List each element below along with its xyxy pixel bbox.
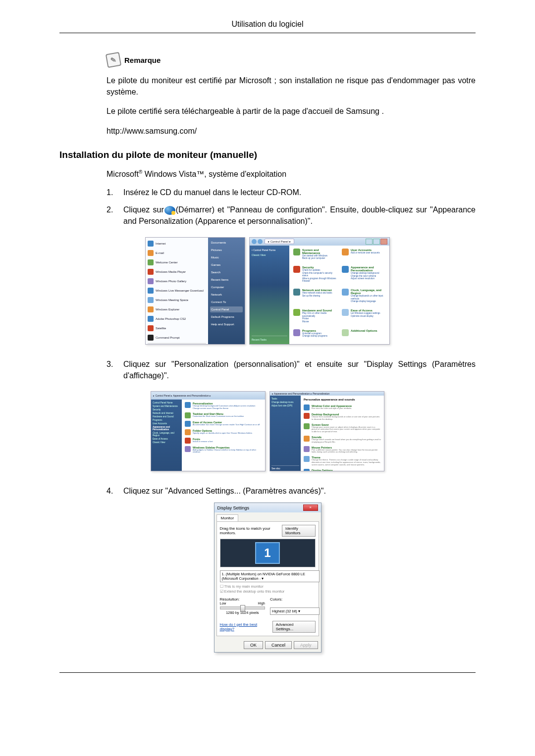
ap-side-item: Programs	[153, 419, 180, 421]
step-3-text: Cliquez sur "Personalization (personnali…	[123, 358, 476, 381]
step-1-text: Insérez le CD du manuel dans le lecteur …	[123, 187, 476, 198]
pers-side-item: Change desktop icons	[271, 401, 299, 403]
cp-category: Hardware and SoundPlay CDs or other medi…	[293, 309, 337, 326]
os-intro: Microsoft® Windows Vista™, système d'exp…	[107, 169, 476, 179]
start-item: Windows Meeting Space	[148, 296, 206, 304]
ap-side-item: Clock, Language, and Region	[153, 432, 180, 437]
step-2-text: Cliquez sur(Démarrer) et "Panneau de con…	[123, 204, 476, 227]
resolution-slider[interactable]	[220, 606, 266, 609]
start-right-control-panel: Control Panel	[210, 306, 243, 312]
advanced-settings-button[interactable]: Advanced Settings...	[272, 621, 316, 633]
ap-side-item: System and Maintenance	[153, 405, 180, 407]
pers-entry: Display SettingsAdjust your monitor reso…	[304, 469, 381, 471]
cp-category: SecurityCheck for updatesCheck this comp…	[293, 266, 337, 286]
ap-entry: PersonalizationChange desktop background…	[185, 402, 262, 410]
cp-breadcrumb: ▸ Control Panel ▸	[265, 239, 294, 244]
step-4-number: 4.	[107, 485, 123, 497]
monitor-select[interactable]: 1. (Multiple Monitors) on NVIDIA GeForce…	[220, 570, 320, 582]
remarque-url: http://www.samsung.com/	[107, 125, 476, 137]
colors-select[interactable]: Highest (32 bit) ▾	[270, 607, 320, 615]
pers-entry: ThemeChange the theme. Themes can change…	[304, 456, 381, 466]
pers-entry: Desktop BackgroundChoose from available …	[304, 413, 381, 421]
start-right-item: Games	[210, 262, 243, 268]
start-item: Adobe Photoshop CS2	[148, 315, 206, 323]
step-4-text: Cliquez sur "Advanced Settings... (Param…	[123, 485, 476, 497]
note-icon: ✎	[106, 52, 121, 68]
ap-side-item: Classic View	[153, 441, 180, 444]
step-1-number: 1.	[107, 187, 123, 198]
footer-rule	[59, 672, 476, 673]
remarque-p2: Le pilote certifié sera téléchargeable à…	[107, 105, 476, 117]
personalization-screenshot: ▸ Appearance and Personalization ▸ Perso…	[269, 391, 384, 471]
cancel-button[interactable]: Cancel	[265, 641, 292, 649]
ap-side-item: Security	[153, 408, 180, 411]
section-title: Installation du pilote de moniteur (manu…	[59, 150, 476, 160]
ok-button[interactable]: OK	[244, 641, 263, 649]
start-item: Satellite	[148, 324, 206, 332]
ap-side-item: User Accounts	[153, 422, 180, 425]
control-panel-screenshot: ▸ Control Panel ▸ • Control Panel Home C…	[249, 237, 390, 345]
drag-instruction: Drag the icons to match your monitors.	[220, 526, 282, 535]
start-item: Command Prompt	[148, 334, 206, 342]
start-item: Windows Live Messenger Download	[148, 287, 206, 295]
apply-button[interactable]: Apply	[294, 641, 318, 649]
start-item: Windows Photo Gallery	[148, 277, 206, 285]
ap-side-item: Control Panel Home	[153, 402, 180, 404]
pers-side-item: Adjust font size (DPI)	[271, 404, 299, 407]
intro-prefix: Microsoft	[107, 170, 139, 178]
ap-side-item: Appearance and Personalization	[153, 426, 180, 431]
cp-side-item: Classic View	[252, 253, 287, 256]
cp-category: Ease of AccessLet Windows suggest settin…	[342, 309, 385, 326]
ap-side-item: Hardware and Sound	[153, 415, 180, 418]
ap-side-item: Network and Internet	[153, 412, 180, 414]
window-buttons	[366, 239, 387, 245]
ap-side-item: Ease of Access	[153, 438, 180, 440]
ap-entry: Windows Sidebar PropertiesAdd gadgets to…	[185, 446, 262, 454]
monitor-tab[interactable]: Monitor	[216, 514, 239, 521]
intro-suffix: Windows Vista™, système d'exploitation	[142, 170, 286, 178]
monitor-preview: 1	[220, 539, 316, 567]
cp-category: Network and InternetView network status …	[293, 289, 337, 306]
dialog-title: Display Settings	[217, 505, 250, 510]
pers-entry: Screen SaverChange your screen saver or …	[304, 423, 381, 433]
main-monitor-checkbox: ☐ This is my main monitor	[220, 584, 316, 589]
pers-see-also: See also	[271, 465, 299, 470]
start-right-item: Connect To	[210, 299, 243, 305]
start-right-item: Pictures	[210, 247, 243, 253]
start-item: E-mail	[148, 249, 206, 257]
start-right-item: Music	[210, 254, 243, 260]
step-2-screenshots: Internet E-mail Welcome Center Windows M…	[59, 237, 476, 345]
pers-see-also: Taskbar and Start Menu	[271, 471, 299, 471]
appearance-personalization-screenshot: ▸ Control Panel ▸ Appearance and Persona…	[151, 391, 266, 471]
page-header: Utilisation du logiciel	[59, 20, 476, 33]
pers-entry: Window Color and AppearanceFine tune the…	[304, 404, 381, 410]
help-link[interactable]: How do I get the best display?	[220, 622, 272, 631]
start-item: Internet	[148, 240, 206, 248]
step-2-number: 2.	[107, 204, 123, 227]
identify-monitors-button[interactable]: Identify Monitors	[282, 525, 316, 537]
pers-entry: SoundsChange which sounds are heard when…	[304, 436, 381, 444]
pers-title: Personalize appearance and sounds	[304, 398, 381, 401]
header-rule	[59, 33, 476, 33]
pers-breadcrumb: ▸ Appearance and Personalization ▸ Perso…	[272, 392, 329, 395]
cp-category: User AccountsAdd or remove user accounts	[342, 249, 385, 263]
start-right-item: Recent Items	[210, 277, 243, 283]
monitor-1-icon[interactable]: 1	[255, 542, 280, 564]
cp-category: ProgramsUninstall a programChange startu…	[293, 329, 337, 341]
cp-side-item: • Control Panel Home	[252, 249, 287, 252]
pers-side-item: Tasks	[271, 398, 299, 400]
cp-category: System and MaintenanceGet started with W…	[293, 249, 337, 263]
start-orb-icon	[164, 206, 175, 215]
cp-side-item: Recent Tasks	[252, 336, 287, 341]
cp-category: Additional Options	[342, 329, 385, 341]
cp-category: Appearance and PersonalizationChange des…	[342, 266, 385, 286]
remarque-p1: Le pilote du moniteur est certifié par M…	[107, 75, 476, 98]
close-icon[interactable]: ×	[303, 504, 318, 511]
remarque-label: Remarque	[124, 56, 160, 64]
ap-entry: Taskbar and Start MenuCustomize the Star…	[185, 412, 262, 418]
step-3-number: 3.	[107, 358, 123, 381]
ap-breadcrumb: ▸ Control Panel ▸ Appearance and Persona…	[153, 394, 211, 397]
start-right-item: Default Programs	[210, 314, 243, 320]
start-item: Welcome Center	[148, 258, 206, 266]
cp-category: Clock, Language, and RegionChange keyboa…	[342, 289, 385, 306]
